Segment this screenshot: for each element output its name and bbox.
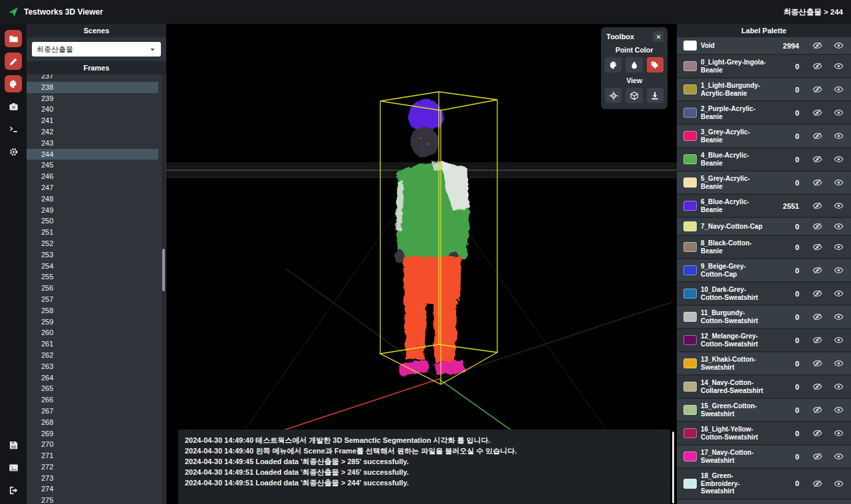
label-row[interactable]: 1_Light-Burgundy-Acrylic-Beanie0 (677, 78, 851, 100)
frame-row-244[interactable]: 244 (27, 149, 158, 160)
eye-icon[interactable] (830, 41, 847, 51)
eye-off-icon[interactable] (808, 84, 826, 94)
eye-icon[interactable] (830, 312, 847, 322)
label-row[interactable]: 2_Purple-Acrylic-Beanie0 (677, 102, 851, 124)
label-row[interactable]: 10_Dark-Grey-Cotton-Sweatshirt0 (677, 283, 851, 305)
frame-row-264[interactable]: 264 (27, 372, 158, 384)
eye-off-icon[interactable] (808, 289, 826, 299)
eye-icon[interactable] (830, 451, 847, 461)
label-row[interactable]: 11_Burgundy-Cotton-Sweatshirt0 (677, 306, 851, 328)
eye-icon[interactable] (830, 178, 847, 188)
box-tool-button[interactable] (626, 88, 642, 103)
eye-icon[interactable] (830, 289, 847, 299)
label-row[interactable]: 6_Blue-Acrylic-Beanie2551 (677, 195, 851, 217)
label-row[interactable]: 0_Light-Grey-Ingola-Beanie0 (677, 55, 851, 77)
frame-row-253[interactable]: 253 (27, 249, 158, 261)
eye-icon[interactable] (830, 154, 847, 164)
eye-off-icon[interactable] (808, 479, 826, 489)
edit-rail-button[interactable] (5, 53, 22, 70)
eye-icon[interactable] (830, 382, 847, 392)
frame-row-271[interactable]: 271 (27, 450, 158, 461)
label-row[interactable]: 15_Green-Cotton-Sweatshirt0 (677, 399, 851, 421)
eye-icon[interactable] (830, 131, 847, 141)
scene-select[interactable]: 최종산출물 (32, 42, 161, 57)
frame-row-257[interactable]: 257 (27, 294, 158, 305)
frame-row-246[interactable]: 246 (27, 171, 158, 182)
eye-off-icon[interactable] (808, 201, 826, 211)
eye-off-icon[interactable] (808, 451, 826, 461)
frame-row-272[interactable]: 272 (27, 461, 158, 473)
focus-tool-button[interactable] (605, 88, 622, 103)
frame-row-265[interactable]: 265 (27, 383, 158, 394)
eye-icon[interactable] (830, 221, 847, 231)
eye-icon[interactable] (830, 479, 847, 489)
label-row[interactable]: 7_Navy-Cotton-Cap0 (677, 218, 851, 235)
close-icon[interactable] (653, 31, 664, 42)
frame-row-241[interactable]: 241 (27, 115, 158, 126)
3d-viewport[interactable]: Toolbox Point Color View 2024-04-30 14:4… (166, 24, 677, 504)
logout-rail-button[interactable] (5, 481, 22, 499)
label-row[interactable]: 3_Grey-Acrylic-Beanie0 (677, 125, 851, 147)
frame-row-251[interactable]: 251 (27, 227, 158, 238)
label-row[interactable]: 4_Blue-Acrylic-Beanie0 (677, 148, 851, 170)
frame-row-273[interactable]: 273 (27, 473, 158, 484)
label-row[interactable]: 17_Navy-Cotton-Sweatshirt0 (677, 445, 851, 467)
frame-row-261[interactable]: 261 (27, 338, 158, 350)
eye-icon[interactable] (830, 358, 847, 368)
eye-off-icon[interactable] (808, 41, 826, 51)
frame-row-250[interactable]: 250 (27, 215, 158, 227)
label-row[interactable]: 9_Beige-Grey-Cotton-Cap0 (677, 259, 851, 281)
frame-row-237[interactable]: 237 (27, 74, 158, 82)
eye-icon[interactable] (830, 61, 847, 71)
terminal-rail-button[interactable] (5, 120, 22, 138)
eye-off-icon[interactable] (808, 405, 826, 415)
eye-off-icon[interactable] (808, 335, 826, 345)
frame-row-263[interactable]: 263 (27, 361, 158, 372)
frame-row-255[interactable]: 255 (27, 271, 158, 283)
frame-row-260[interactable]: 260 (27, 327, 158, 338)
save-rail-button[interactable] (5, 436, 22, 453)
eye-off-icon[interactable] (808, 428, 826, 438)
label-row[interactable]: 19_Melange-Grey-Cotton-Sweatshirt0 (677, 500, 851, 504)
label-row[interactable]: 18_Green-Embroidery-Sweatshirt0 (677, 469, 851, 499)
frame-row-247[interactable]: 247 (27, 182, 158, 193)
frame-row-267[interactable]: 267 (27, 406, 158, 417)
frame-row-242[interactable]: 242 (27, 126, 158, 138)
frame-row-259[interactable]: 259 (27, 316, 158, 328)
eye-icon[interactable] (830, 265, 847, 275)
palette-tool-button[interactable] (605, 57, 622, 72)
frame-row-254[interactable]: 254 (27, 261, 158, 272)
tag-tool-button[interactable] (647, 57, 664, 72)
eye-icon[interactable] (830, 335, 847, 345)
eye-off-icon[interactable] (808, 221, 826, 231)
frame-row-258[interactable]: 258 (27, 305, 158, 316)
label-row[interactable]: 5_Grey-Acrylic-Beanie0 (677, 172, 851, 193)
frame-row-270[interactable]: 270 (27, 439, 158, 450)
frame-row-239[interactable]: 239 (27, 93, 158, 104)
folder-rail-button[interactable] (5, 30, 22, 47)
frame-row-266[interactable]: 266 (27, 394, 158, 406)
label-row[interactable]: 13_Khaki-Cotton-Sweatshirt0 (677, 352, 851, 374)
eye-icon[interactable] (830, 405, 847, 415)
frame-row-262[interactable]: 262 (27, 350, 158, 361)
eye-off-icon[interactable] (808, 61, 826, 71)
frame-row-243[interactable]: 243 (27, 138, 158, 149)
frame-row-269[interactable]: 269 (27, 428, 158, 440)
frame-row-240[interactable]: 240 (27, 104, 158, 115)
frame-row-268[interactable]: 268 (27, 417, 158, 428)
label-row[interactable]: 16_Light-Yellow-Cotton-Sweatshirt0 (677, 422, 851, 444)
download-tool-button[interactable] (647, 88, 664, 103)
eye-icon[interactable] (830, 84, 847, 94)
eye-icon[interactable] (830, 201, 847, 211)
eye-off-icon[interactable] (808, 312, 826, 322)
droplet-tool-button[interactable] (626, 57, 642, 72)
eye-icon[interactable] (830, 242, 847, 252)
label-row[interactable]: Void2994 (677, 37, 851, 54)
eye-icon[interactable] (830, 108, 847, 118)
eye-off-icon[interactable] (808, 242, 826, 252)
label-row[interactable]: 12_Melange-Grey-Cotton-Sweatshirt0 (677, 329, 851, 351)
eye-off-icon[interactable] (808, 178, 826, 188)
eye-off-icon[interactable] (808, 382, 826, 392)
frame-row-274[interactable]: 274 (27, 483, 158, 495)
eye-icon[interactable] (830, 428, 847, 438)
